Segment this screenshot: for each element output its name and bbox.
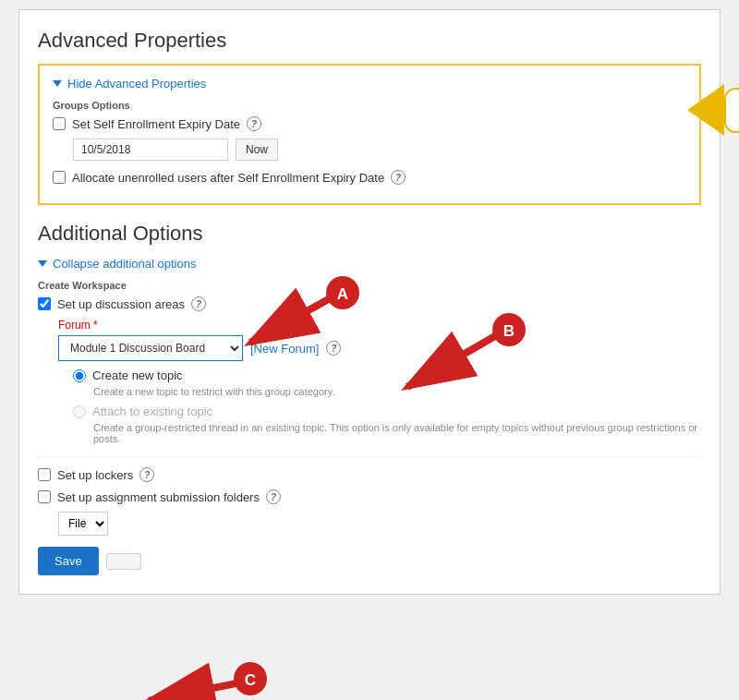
- lockers-help-icon[interactable]: ?: [139, 467, 154, 482]
- allocate-help-icon[interactable]: ?: [391, 170, 406, 185]
- lockers-row: Set up lockers ?: [38, 467, 701, 482]
- create-topic-desc: Create a new topic to restrict with this…: [93, 386, 701, 397]
- assignment-help-icon[interactable]: ?: [266, 489, 281, 504]
- forum-select[interactable]: Module 1 Discussion Board: [58, 335, 243, 361]
- attach-topic-row: Attach to existing topic: [73, 404, 701, 418]
- annotation-c-svg: C: [130, 646, 278, 700]
- enrollment-expiry-checkbox[interactable]: [53, 117, 66, 130]
- forum-row: Module 1 Discussion Board [New Forum] ?: [58, 335, 701, 361]
- create-topic-row: Create new topic: [73, 368, 701, 382]
- svg-text:C: C: [245, 671, 256, 689]
- date-input[interactable]: [73, 139, 228, 161]
- collapse-additional-label: Collapse additional options: [53, 257, 196, 271]
- discussion-help-icon[interactable]: ?: [191, 296, 206, 311]
- file-select[interactable]: File: [58, 512, 108, 536]
- triangle-down-icon-2: [38, 260, 47, 267]
- discussion-row: Set up discussion areas ?: [38, 296, 701, 311]
- create-topic-radio[interactable]: [73, 369, 86, 382]
- additional-options-section: Additional Options Collapse additional o…: [38, 222, 701, 575]
- assignment-checkbox[interactable]: [38, 490, 51, 503]
- groups-options-label: Groups Options: [53, 100, 686, 111]
- allocate-label: Allocate unenrolled users after Self Enr…: [72, 171, 384, 185]
- forum-required-star: *: [93, 319, 98, 332]
- hide-advanced-link[interactable]: Hide Advanced Properties: [53, 77, 686, 91]
- advanced-properties-box: Hide Advanced Properties Groups Options …: [38, 64, 701, 205]
- optional-arrow-icon: [687, 84, 724, 136]
- date-row: Now: [73, 139, 686, 161]
- attach-topic-radio[interactable]: [73, 405, 86, 418]
- svg-point-10: [234, 662, 267, 695]
- radio-section: Create new topic Create a new topic to r…: [73, 368, 701, 444]
- triangle-down-icon: [53, 80, 62, 87]
- now-button[interactable]: Now: [236, 139, 278, 161]
- bottom-btns: Save: [38, 547, 701, 575]
- optional-callout: Optional: [687, 84, 739, 136]
- lockers-label: Set up lockers: [57, 468, 133, 482]
- attach-topic-label: Attach to existing topic: [92, 404, 212, 418]
- attach-topic-desc: Create a group-restricted thread in an e…: [93, 422, 701, 444]
- discussion-checkbox[interactable]: [38, 297, 51, 310]
- workspace-label: Create Workspace: [38, 280, 701, 291]
- main-content: Advanced Properties Hide Advanced Proper…: [38, 29, 701, 575]
- hide-advanced-label: Hide Advanced Properties: [67, 77, 206, 91]
- discussion-label: Set up discussion areas: [57, 297, 185, 311]
- page-container: Advanced Properties Hide Advanced Proper…: [18, 9, 721, 595]
- create-topic-label: Create new topic: [92, 368, 183, 382]
- enrollment-expiry-row: Set Self Enrollment Expiry Date ?: [53, 116, 686, 131]
- assignment-label: Set up assignment submission folders: [57, 490, 260, 504]
- enrollment-expiry-label: Set Self Enrollment Expiry Date: [72, 117, 240, 131]
- collapse-additional-link[interactable]: Collapse additional options: [38, 257, 701, 271]
- cancel-button[interactable]: [106, 553, 141, 570]
- allocate-checkbox[interactable]: [53, 171, 66, 184]
- optional-box: Optional: [724, 88, 739, 133]
- svg-line-9: [149, 682, 241, 700]
- page-title: Advanced Properties: [38, 29, 701, 53]
- forum-label-text: Forum: [58, 319, 91, 332]
- allocate-row: Allocate unenrolled users after Self Enr…: [53, 170, 686, 185]
- new-forum-link[interactable]: [New Forum]: [250, 342, 319, 356]
- file-select-row: File: [58, 512, 701, 536]
- sub-section: Set up lockers ? Set up assignment submi…: [38, 457, 701, 575]
- save-button[interactable]: Save: [38, 547, 99, 575]
- additional-options-title: Additional Options: [38, 222, 701, 246]
- assignment-row: Set up assignment submission folders ?: [38, 489, 701, 504]
- enrollment-expiry-help-icon[interactable]: ?: [247, 116, 261, 131]
- lockers-checkbox[interactable]: [38, 468, 51, 481]
- forum-label-container: Forum *: [58, 319, 701, 332]
- forum-help-icon[interactable]: ?: [326, 341, 341, 356]
